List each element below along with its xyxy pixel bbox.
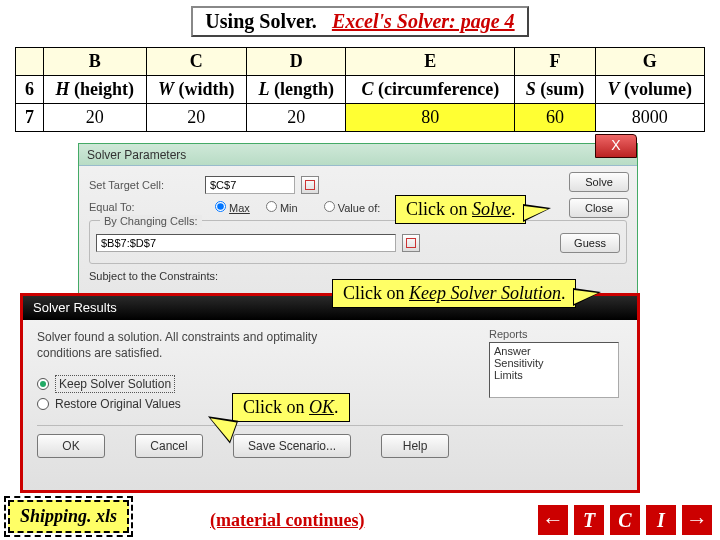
shipping-file-chip[interactable]: Shipping. xls [8, 500, 129, 533]
val-F7[interactable]: 60 [515, 104, 595, 132]
title-emph: Excel's Solver: page 4 [332, 10, 515, 32]
radio-restore-original[interactable] [37, 398, 49, 410]
nav-buttons: ← T C I → [538, 505, 712, 535]
report-answer[interactable]: Answer [494, 345, 614, 357]
radio-min[interactable] [266, 201, 277, 212]
help-button[interactable]: Help [381, 434, 449, 458]
val-B7[interactable]: 20 [44, 104, 147, 132]
solve-button[interactable]: Solve [569, 172, 629, 192]
hdr-Ccirc: C (circumference) [346, 76, 515, 104]
value-row: 7 20 20 20 80 60 8000 [16, 104, 705, 132]
page-title: Using Solver. Excel's Solver: page 4 [191, 6, 528, 37]
reports-list[interactable]: Answer Sensitivity Limits [489, 342, 619, 398]
target-cell-input[interactable] [205, 176, 295, 194]
col-E: E [346, 48, 515, 76]
var-header-row: 6 H (height) W (width) L (length) C (cir… [16, 76, 705, 104]
reports-panel: Reports Answer Sensitivity Limits [489, 328, 619, 398]
solver-results-title: Solver Results [33, 300, 117, 315]
hdr-H: H (height) [44, 76, 147, 104]
close-button[interactable]: Close [569, 198, 629, 218]
hdr-S: S (sum) [515, 76, 595, 104]
radio-keep-solution[interactable] [37, 378, 49, 390]
corner-cell [16, 48, 44, 76]
keep-solution-label: Keep Solver Solution [55, 375, 175, 393]
nav-forward-button[interactable]: → [682, 505, 712, 535]
equal-to-label: Equal To: [89, 201, 199, 213]
val-C7[interactable]: 20 [146, 104, 246, 132]
row-7: 7 [16, 104, 44, 132]
row-6: 6 [16, 76, 44, 104]
changing-cells-input[interactable] [96, 234, 396, 252]
col-B: B [44, 48, 147, 76]
solver-parameters-title: Solver Parameters [87, 148, 186, 162]
solver-results-message: Solver found a solution. All constraints… [37, 330, 337, 361]
radio-valueof[interactable] [324, 201, 335, 212]
changing-cells-group: By Changing Cells: Guess [89, 220, 627, 264]
val-D7[interactable]: 20 [247, 104, 346, 132]
callout-solve: Click on Solve. [395, 195, 526, 224]
cancel-button[interactable]: Cancel [135, 434, 203, 458]
col-D: D [247, 48, 346, 76]
restore-original-label: Restore Original Values [55, 397, 181, 411]
radio-max[interactable] [215, 201, 226, 212]
hdr-W: W (width) [146, 76, 246, 104]
set-target-label: Set Target Cell: [89, 179, 199, 191]
reports-label: Reports [489, 328, 619, 340]
val-E7[interactable]: 80 [346, 104, 515, 132]
footer: Shipping. xls (material continues) ← T C… [0, 499, 720, 537]
refedit-icon[interactable] [301, 176, 319, 194]
callout-ok: Click on OK. [232, 393, 350, 422]
guess-button[interactable]: Guess [560, 233, 620, 253]
nav-i-button[interactable]: I [646, 505, 676, 535]
col-G: G [595, 48, 704, 76]
report-limits[interactable]: Limits [494, 369, 614, 381]
refedit-icon[interactable] [402, 234, 420, 252]
col-C: C [146, 48, 246, 76]
save-scenario-button[interactable]: Save Scenario... [233, 434, 351, 458]
material-continues: (material continues) [210, 510, 364, 531]
hdr-L: L (length) [247, 76, 346, 104]
ok-button[interactable]: OK [37, 434, 105, 458]
solver-parameters-titlebar: Solver Parameters X [79, 144, 637, 166]
val-G7[interactable]: 8000 [595, 104, 704, 132]
spreadsheet-table: B C D E F G 6 H (height) W (width) L (le… [15, 47, 705, 132]
page-title-wrap: Using Solver. Excel's Solver: page 4 [0, 0, 720, 39]
nav-back-button[interactable]: ← [538, 505, 568, 535]
constraints-label: Subject to the Constraints: [89, 270, 218, 282]
nav-t-button[interactable]: T [574, 505, 604, 535]
col-F: F [515, 48, 595, 76]
hdr-V: V (volume) [595, 76, 704, 104]
close-icon[interactable]: X [595, 134, 637, 158]
report-sensitivity[interactable]: Sensitivity [494, 357, 614, 369]
title-plain: Using Solver. [205, 10, 317, 32]
column-header-row: B C D E F G [16, 48, 705, 76]
nav-c-button[interactable]: C [610, 505, 640, 535]
by-changing-label: By Changing Cells: [100, 215, 202, 227]
callout-keep-solution: Click on Keep Solver Solution. [332, 279, 576, 308]
